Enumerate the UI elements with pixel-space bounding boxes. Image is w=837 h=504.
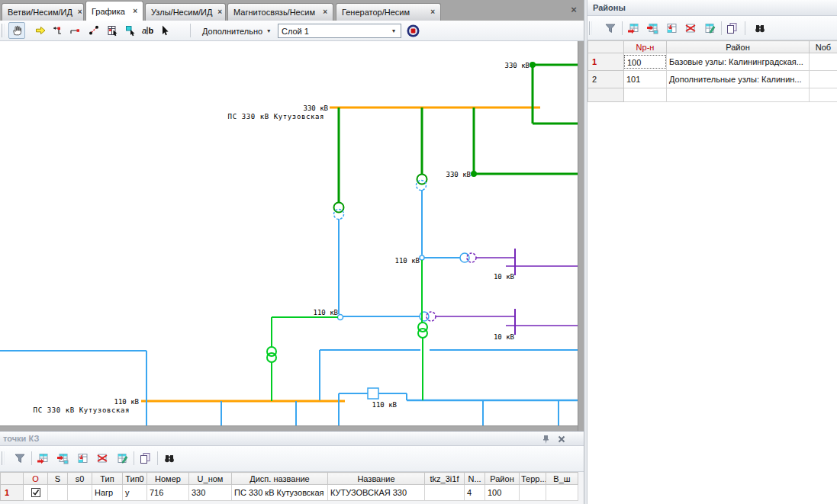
transformer-330-110[interactable]	[417, 175, 427, 191]
row-number[interactable]: 1	[1, 485, 24, 501]
switch-symbol[interactable]	[368, 388, 378, 399]
edit-record-button[interactable]	[116, 452, 128, 464]
row-number[interactable]: 2	[588, 71, 624, 88]
col-header-unom[interactable]: U_ном	[189, 473, 232, 485]
cell-raion-name[interactable]	[667, 88, 810, 102]
table-row[interactable]: 1 100 Базовые узлы: Калининградская...	[588, 53, 837, 71]
cell-terr[interactable]	[520, 485, 546, 501]
duplicate-record-button[interactable]	[665, 22, 678, 34]
cell-tkz[interactable]	[425, 485, 465, 501]
col-header-tip0[interactable]: Тип0	[123, 473, 147, 485]
additional-menu-button[interactable]: Дополнительно ▾	[196, 23, 276, 39]
forward-arrow-button[interactable]	[34, 24, 47, 37]
cell-tip[interactable]: Нагр	[92, 485, 123, 501]
transformer-110-10-green[interactable]	[418, 323, 427, 338]
close-icon[interactable]	[556, 434, 567, 445]
cell-raion-name[interactable]: Базовые узлы: Калининградская...	[667, 53, 810, 71]
pin-icon[interactable]	[540, 434, 551, 445]
col-header-o[interactable]: O	[24, 473, 48, 485]
col-header-nomer[interactable]: Номер	[147, 473, 189, 485]
pan-hand-button[interactable]	[8, 22, 25, 39]
find-button[interactable]	[754, 22, 766, 34]
checkbox-checked[interactable]	[31, 488, 40, 497]
add-record-button[interactable]	[627, 22, 639, 34]
close-tab-group-icon[interactable]: ×	[568, 4, 580, 16]
cell-nomer[interactable]: 716	[147, 485, 189, 501]
col-header-nob[interactable]: Nоб	[810, 41, 837, 53]
duplicate-record-button[interactable]	[76, 452, 89, 464]
toolbar-grip[interactable]	[2, 24, 5, 37]
col-header-tkz[interactable]: tkz_3i1f	[425, 473, 465, 485]
cell-nr[interactable]	[624, 88, 667, 102]
find-button[interactable]	[163, 452, 175, 464]
draw-polyline-button[interactable]	[88, 24, 100, 37]
stop-record-button[interactable]	[407, 24, 420, 37]
col-header-n[interactable]: N...	[465, 473, 485, 485]
tab-uzly[interactable]: Узлы/Несим/ИД ×	[145, 3, 226, 21]
toolbar-grip[interactable]	[2, 451, 5, 465]
node-330kv[interactable]	[471, 171, 477, 177]
table-pick-button[interactable]	[107, 24, 119, 37]
tab-magnitosvyaz[interactable]: Магнитосвязь/Несим ×	[227, 3, 333, 21]
table-row[interactable]: 2 101 Дополнительные узлы: Калинин...	[588, 71, 837, 88]
cell-s0[interactable]	[68, 485, 92, 501]
cell-nr[interactable]: 101	[624, 71, 667, 88]
col-header-vsh[interactable]: В_ш	[546, 473, 578, 485]
copy-button[interactable]	[139, 452, 151, 464]
col-header-s[interactable]: S	[48, 473, 68, 485]
cell-o[interactable]	[24, 485, 48, 501]
col-header-name[interactable]: Название	[328, 473, 425, 485]
transformer-110-10-green[interactable]	[267, 347, 276, 362]
table-row[interactable]: 1 Нагр у 716 330 ПС 330 кВ Кутузовская К…	[1, 485, 578, 501]
node-110kv[interactable]	[338, 315, 343, 320]
tab-close-icon[interactable]: ×	[217, 8, 222, 16]
cell-disp[interactable]: ПС 330 кВ Кутузовская	[232, 485, 328, 501]
cell-name[interactable]: КУТУЗОВСКАЯ 330	[328, 485, 425, 501]
delete-record-button[interactable]	[684, 22, 697, 34]
tab-grafika[interactable]: Графика ×	[85, 1, 143, 21]
layer-combobox[interactable]: Слой 1 ▾	[278, 24, 401, 38]
cell-unom[interactable]: 330	[189, 485, 232, 501]
cell-vsh[interactable]	[546, 485, 578, 501]
tab-generator[interactable]: Генератор/Несим ×	[336, 3, 441, 21]
cell-raion-name[interactable]: Дополнительные узлы: Калинин...	[667, 71, 810, 88]
filter-button[interactable]	[604, 22, 616, 34]
tab-close-icon[interactable]: ×	[133, 8, 137, 15]
text-label-button[interactable]: a b	[141, 24, 153, 37]
node-330kv[interactable]	[530, 62, 536, 68]
col-header-raion[interactable]: Район	[667, 41, 810, 53]
table-row-empty[interactable]	[588, 88, 837, 102]
move-node-button[interactable]	[51, 24, 63, 37]
chevron-down-icon[interactable]: ▾	[388, 25, 399, 37]
filter-button[interactable]	[14, 452, 26, 464]
cell-nob[interactable]	[810, 53, 837, 71]
col-header-raion[interactable]: Район	[485, 473, 520, 485]
tab-close-icon[interactable]: ×	[78, 8, 82, 16]
delete-record-button[interactable]	[96, 452, 108, 464]
add-branch-button[interactable]	[69, 24, 81, 37]
row-number[interactable]: 1	[588, 53, 624, 71]
edit-record-button[interactable]	[703, 22, 716, 34]
transformer-330-110[interactable]	[334, 203, 344, 220]
col-header-nr[interactable]: Nр-н	[624, 41, 667, 53]
copy-button[interactable]	[726, 22, 738, 34]
row-number[interactable]	[588, 88, 624, 102]
node-110kv[interactable]	[420, 255, 424, 260]
transformer-110-10[interactable]	[460, 253, 476, 262]
tab-close-icon[interactable]: ×	[430, 8, 435, 16]
col-header[interactable]	[588, 41, 624, 53]
insert-record-button[interactable]	[56, 452, 69, 464]
col-header[interactable]	[1, 473, 24, 485]
col-header-terr[interactable]: Терр...	[520, 473, 546, 485]
col-header-tip[interactable]: Тип	[92, 473, 123, 485]
tab-vetvi[interactable]: Ветви/Несим/ИД ×	[2, 3, 84, 21]
insert-record-button[interactable]	[646, 22, 658, 34]
schematic-canvas[interactable]: 330 кВ ПС 330 кВ Кутузовская 330 кВ 330 …	[0, 41, 584, 431]
col-header-s0[interactable]: s0	[68, 473, 92, 485]
add-record-button[interactable]	[37, 452, 49, 464]
toolbar-grip[interactable]	[589, 21, 592, 35]
cell-nob[interactable]	[810, 71, 837, 88]
cell-nr-selected[interactable]: 100	[624, 53, 667, 71]
cell-raion[interactable]: 100	[485, 485, 520, 501]
cell-tip0[interactable]: у	[123, 485, 147, 501]
